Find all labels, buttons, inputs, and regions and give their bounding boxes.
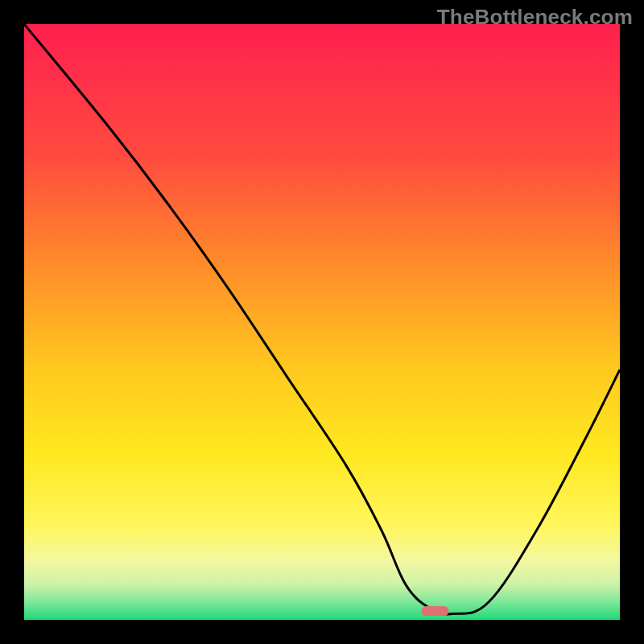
plot-area bbox=[24, 24, 620, 620]
optimum-marker bbox=[422, 606, 449, 616]
gradient-background bbox=[24, 24, 620, 620]
watermark-text: TheBottleneck.com bbox=[437, 5, 633, 30]
chart-container: TheBottleneck.com bbox=[0, 0, 644, 644]
